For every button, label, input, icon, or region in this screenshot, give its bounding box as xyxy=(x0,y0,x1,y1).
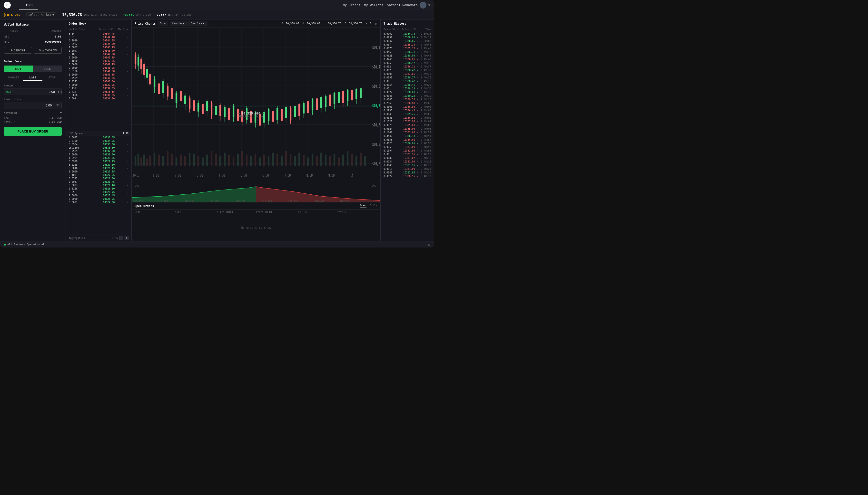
trade-time: 9:48:54 xyxy=(417,135,431,137)
overlay-selector[interactable]: Overlay ▼ xyxy=(189,21,207,26)
trade-price: 10336.80 ↗ xyxy=(399,105,417,108)
my-wallets-button[interactable]: My Wallets xyxy=(364,3,383,7)
ask-row[interactable]: 0.0688 10342.15 - xyxy=(66,63,131,66)
spread-label: USD Spread xyxy=(69,132,83,135)
trade-size: 0.0353 xyxy=(383,138,399,141)
overlay-chevron-icon: ▼ xyxy=(203,22,204,25)
bid-row[interactable]: 0.0023 10326.40 - xyxy=(66,184,131,187)
bid-price: 10324.50 xyxy=(92,201,115,204)
ask-row[interactable]: 0.01 10344.40 - xyxy=(66,35,131,39)
bid-row[interactable]: 3.0268 10329.00 - xyxy=(66,163,131,167)
bid-row[interactable]: 6.0000 10325.25 - xyxy=(66,197,131,201)
ask-row[interactable]: 3.0000 10339.25 - xyxy=(66,83,131,86)
ask-row[interactable]: 0.132 10337.35 - xyxy=(66,86,131,90)
withdraw-button[interactable]: ⊕ WITHDRAW xyxy=(34,47,62,54)
nav-tab-trade[interactable]: Trade xyxy=(19,0,38,10)
market-pair: ₿ BTC-USD xyxy=(4,13,20,17)
oo-tab-fills[interactable]: Fills xyxy=(370,204,377,208)
ask-price: 10339.25 xyxy=(92,84,115,86)
ask-row[interactable]: 1.0000 10340.65 - xyxy=(66,73,131,76)
bid-row[interactable]: 1.0000 10325.45 - xyxy=(66,194,131,197)
ask-row[interactable]: 2.0000 10341.95 - xyxy=(66,66,131,69)
bid-row[interactable]: 1.2904 10329.35 - xyxy=(66,156,131,160)
oo-col-filled: Filled (BTC) xyxy=(215,211,256,214)
ob-title: Order Book xyxy=(69,22,129,25)
market-order-tab[interactable]: MARKET xyxy=(4,75,23,81)
ask-row[interactable]: 1.0047 10343.70 - xyxy=(66,49,131,52)
sell-tab[interactable]: SELL xyxy=(33,66,62,72)
bid-row[interactable]: 0.0021 10324.50 - xyxy=(66,201,131,204)
ask-row[interactable]: 1.0087 10343.75 - xyxy=(66,46,131,49)
ask-row[interactable]: 0.5922 10344.30 - xyxy=(66,42,131,46)
bid-row[interactable]: 0.0984 10333.50 - xyxy=(66,143,131,146)
svg-rect-36 xyxy=(206,155,208,166)
ask-my-size: - xyxy=(115,32,129,35)
ask-row[interactable]: 2.0000 10342.85 - xyxy=(66,56,131,59)
bid-row[interactable]: 0.100 10327.25 - xyxy=(66,173,131,177)
timeframe-selector[interactable]: 5m ▼ xyxy=(158,21,168,26)
bid-row[interactable]: 0.7599 10332.90 - xyxy=(66,150,131,153)
trade-size: 0.0093 xyxy=(383,73,399,75)
trade-size: 0.0463 xyxy=(383,51,399,53)
amount-max-link[interactable]: Max xyxy=(4,89,13,95)
user-dropdown-icon[interactable]: ▼ xyxy=(428,3,430,7)
svg-rect-94 xyxy=(171,88,173,99)
svg-rect-25 xyxy=(158,155,160,166)
bid-row[interactable]: 0.0999 10329.25 - xyxy=(66,160,131,163)
th-col-trade-size: Trade Size xyxy=(383,28,399,31)
chart-type-selector[interactable]: Candle ▼ xyxy=(170,21,186,26)
wallet-row-usd: USD 0.00 xyxy=(4,34,61,39)
spread-value: 1.19 xyxy=(122,132,129,135)
ask-row[interactable]: 0.1000 10342.65 - xyxy=(66,59,131,63)
settings-icon[interactable]: ⚙ xyxy=(428,243,430,246)
buy-tab[interactable]: BUY xyxy=(4,66,33,72)
svg-text:3:00: 3:00 xyxy=(197,173,203,178)
ohlcv-l: L: 10,336.78 xyxy=(324,22,341,25)
ob-col-headers: Market Size Price (USD) My Size xyxy=(66,27,131,32)
svg-text:8:00: 8:00 xyxy=(306,173,313,178)
bid-row[interactable]: 2.5100 10334.95 - xyxy=(66,139,131,143)
svg-rect-140 xyxy=(272,111,274,122)
bid-row[interactable]: 1.0000 10327.95 - xyxy=(66,170,131,173)
bid-row[interactable]: 25.3100 10333.00 - xyxy=(66,146,131,150)
bid-row[interactable]: 0.0322 10326.50 - xyxy=(66,177,131,180)
ask-row[interactable]: 3.14 10344.45 - xyxy=(66,32,131,35)
trade-price: 10336.11 ↗ xyxy=(399,65,417,68)
bid-row[interactable]: 0.05 10325.75 - xyxy=(66,190,131,194)
aggregation-increase-button[interactable]: + xyxy=(125,236,129,240)
bid-row[interactable]: 3.0000 10331.00 - xyxy=(66,153,131,156)
svg-rect-39 xyxy=(219,156,221,166)
bid-row[interactable]: 0.0010 10328.15 - xyxy=(66,167,131,170)
avatar[interactable] xyxy=(420,2,426,8)
bid-row[interactable]: 4.0045 10335.05 - xyxy=(66,136,131,139)
advanced-toggle[interactable]: Advanced ▼ xyxy=(4,111,62,115)
place-buy-order-button[interactable]: PLACE BUY ORDER xyxy=(4,127,62,136)
bid-row[interactable]: 0.0037 10326.45 - xyxy=(66,180,131,184)
svg-text:4:00: 4:00 xyxy=(218,173,225,178)
ask-row[interactable]: 5.601 10336.30 - xyxy=(66,97,131,100)
ask-row[interactable]: 0.2999 10344.35 - xyxy=(66,39,131,42)
oo-tab-open[interactable]: Open xyxy=(360,204,366,208)
svg-text:$10,280: $10,280 xyxy=(209,200,219,202)
aggregation-decrease-button[interactable]: − xyxy=(119,236,123,240)
ask-row[interactable]: 0.10 10342.90 - xyxy=(66,52,131,56)
select-market-button[interactable]: Select Market ▼ xyxy=(26,13,56,17)
ask-row[interactable]: 0.3000 10336.35 - xyxy=(66,93,131,97)
ask-row[interactable]: 1.4371 10340.00 - xyxy=(66,80,131,83)
trade-price: 10339.33 ↗ xyxy=(399,98,417,101)
ask-row[interactable]: 0.6100 10341.80 - xyxy=(66,69,131,73)
trade-time: 9:48:43 xyxy=(417,157,431,159)
ask-row[interactable]: 2.414 10336.55 - xyxy=(66,90,131,93)
amount-input[interactable] xyxy=(13,88,56,95)
limit-order-tab[interactable]: LIMIT xyxy=(23,75,43,81)
stop-order-tab[interactable]: STOP xyxy=(43,75,62,81)
chart-nav-icon[interactable]: ▶ xyxy=(376,21,377,26)
ask-row[interactable]: 0.7599 10340.35 - xyxy=(66,76,131,80)
limit-price-input[interactable] xyxy=(4,102,53,109)
ask-price: 10336.30 xyxy=(92,97,115,100)
my-orders-button[interactable]: My Orders xyxy=(343,3,360,7)
bid-row[interactable]: 0.6168 10326.30 - xyxy=(66,187,131,190)
status-indicator: All Systems Operational xyxy=(4,243,44,246)
logo-icon[interactable]: C xyxy=(4,2,11,8)
deposit-button[interactable]: ⊕ DEPOSIT xyxy=(4,47,32,54)
